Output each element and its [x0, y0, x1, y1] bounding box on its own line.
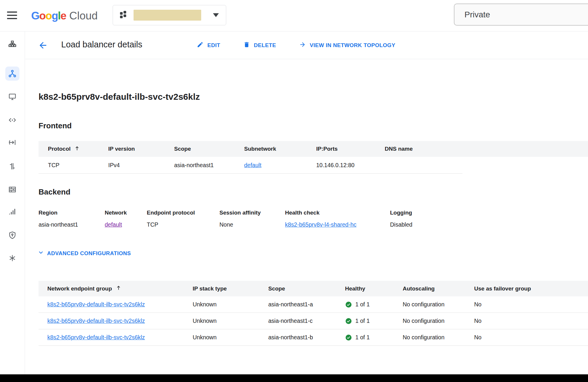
- backend-label-region: Region: [39, 210, 105, 216]
- neg-failover-value: No: [474, 318, 588, 324]
- chevron-down-icon: [37, 249, 45, 258]
- network-security-icon[interactable]: [5, 228, 19, 242]
- trash-icon: [243, 41, 250, 49]
- neg-table-row: k8s2-b65prv8v-default-ilb-svc-tv2s6klz U…: [39, 313, 588, 329]
- backend-services-icon[interactable]: [5, 90, 19, 104]
- private-window-label: Private: [454, 4, 588, 26]
- pencil-icon: [197, 41, 204, 49]
- backend-fields: Region Network Endpoint protocol Session…: [39, 210, 455, 228]
- healthy-check-icon: [345, 301, 352, 308]
- traffic-routing-icon[interactable]: [5, 135, 19, 150]
- project-selector[interactable]: [113, 5, 226, 25]
- neg-col-failover[interactable]: Use as failover group: [474, 285, 588, 292]
- neg-ip-stack-value: Unknown: [193, 301, 268, 308]
- delete-button-label: DELETE: [254, 42, 276, 49]
- frontend-col-protocol[interactable]: Protocol: [48, 145, 108, 153]
- advanced-configurations-label: ADVANCED CONFIGURATIONS: [47, 250, 131, 257]
- frontend-ip-ports-value: 10.146.0.12:80: [316, 162, 385, 169]
- neg-autoscaling-value: No configuration: [403, 318, 474, 324]
- page-title: Load balancer details: [61, 40, 142, 49]
- page-header: Load balancer details EDIT DELETE VIEW I…: [25, 31, 588, 59]
- backend-health-check-link[interactable]: k8s2-b65prv8v-l4-shared-hc: [285, 221, 357, 228]
- frontend-section-heading: Frontend: [39, 121, 72, 130]
- neg-autoscaling-value: No configuration: [403, 334, 474, 341]
- frontend-protocol-value: TCP: [48, 162, 108, 169]
- frontend-table-row: TCP IPv4 asia-northeast1 default 10.146.…: [39, 157, 462, 174]
- service-mesh-icon[interactable]: [5, 251, 19, 265]
- neg-col-healthy[interactable]: Healthy: [345, 285, 403, 292]
- page: Google Cloud Private: [0, 0, 588, 382]
- arrow-right-icon: [299, 41, 306, 49]
- frontend-col-ip-version[interactable]: IP version: [108, 146, 174, 152]
- bottom-black-bar: [0, 374, 588, 382]
- frontend-col-subnetwork[interactable]: Subnetwork: [244, 146, 316, 152]
- project-icon: [120, 11, 129, 20]
- backend-logging-value: Disabled: [390, 221, 455, 228]
- healthy-check-icon: [345, 318, 352, 325]
- top-app-bar: Google Cloud Private: [0, 0, 588, 31]
- frontend-col-ip-ports[interactable]: IP:Ports: [316, 146, 385, 152]
- healthy-check-icon: [345, 334, 352, 341]
- network-intelligence-icon[interactable]: [5, 205, 19, 219]
- backend-session-affinity-value: None: [219, 221, 285, 228]
- view-in-network-topology-button[interactable]: VIEW IN NETWORK TOPOLOGY: [299, 31, 395, 59]
- frontend-scope-value: asia-northeast1: [174, 162, 244, 169]
- chevron-down-icon: [213, 13, 219, 17]
- frontend-col-dns-name[interactable]: DNS name: [385, 146, 588, 152]
- private-label-text: Private: [464, 10, 490, 19]
- neg-col-autoscaling[interactable]: Autoscaling: [403, 285, 474, 292]
- topology-button-label: VIEW IN NETWORK TOPOLOGY: [310, 42, 395, 49]
- network-topology-icon[interactable]: [5, 37, 19, 51]
- frontend-subnetwork-link[interactable]: default: [244, 162, 261, 168]
- network-endpoint-group-table: Network endpoint group IP stack type Sco…: [39, 281, 588, 346]
- google-cloud-logo: Google Cloud: [31, 0, 98, 31]
- delete-button[interactable]: DELETE: [243, 31, 276, 59]
- frontend-table: Protocol IP version Scope Subnetwork IP:…: [39, 141, 588, 174]
- neg-table-header: Network endpoint group IP stack type Sco…: [39, 281, 588, 296]
- backend-label-health-check: Health check: [285, 210, 390, 216]
- edit-button[interactable]: EDIT: [197, 31, 220, 59]
- menu-icon[interactable]: [7, 11, 17, 20]
- sort-ascending-icon: [74, 145, 80, 153]
- load-balancer-name: k8s2-b65prv8v-default-ilb-svc-tv2s6klz: [39, 92, 200, 102]
- load-balancing-icon[interactable]: [5, 67, 19, 81]
- neg-failover-value: No: [474, 301, 588, 308]
- firewall-icon[interactable]: [5, 182, 19, 197]
- backend-label-network: Network: [105, 210, 147, 216]
- neg-name-link[interactable]: k8s2-b65prv8v-default-ilb-svc-tv2s6klz: [47, 301, 145, 308]
- project-name-redacted: [134, 10, 201, 21]
- edit-button-label: EDIT: [207, 42, 220, 49]
- left-nav-rail: [0, 31, 25, 374]
- backend-region-value: asia-northeast1: [39, 221, 105, 228]
- google-logo-wordmark: Google: [31, 10, 66, 22]
- neg-failover-value: No: [474, 334, 588, 341]
- frontend-ip-version-value: IPv4: [108, 162, 174, 169]
- backend-network-link[interactable]: default: [105, 221, 122, 228]
- neg-name-link[interactable]: k8s2-b65prv8v-default-ilb-svc-tv2s6klz: [47, 334, 145, 341]
- healthy-count: 1 of 1: [355, 318, 370, 324]
- cloud-logo-text: Cloud: [69, 10, 98, 22]
- backend-label-session-affinity: Session affinity: [219, 210, 285, 216]
- neg-table-row: k8s2-b65prv8v-default-ilb-svc-tv2s6klz U…: [39, 296, 588, 313]
- neg-ip-stack-value: Unknown: [193, 334, 268, 341]
- neg-autoscaling-value: No configuration: [403, 301, 474, 308]
- neg-col-scope[interactable]: Scope: [268, 285, 345, 292]
- frontend-col-scope[interactable]: Scope: [174, 146, 244, 152]
- neg-table-row: k8s2-b65prv8v-default-ilb-svc-tv2s6klz U…: [39, 329, 588, 346]
- neg-col-ip-stack-type[interactable]: IP stack type: [193, 285, 268, 292]
- neg-scope-value: asia-northeast1-a: [268, 301, 345, 308]
- neg-ip-stack-value: Unknown: [193, 318, 268, 324]
- neg-name-link[interactable]: k8s2-b65prv8v-default-ilb-svc-tv2s6klz: [47, 318, 145, 324]
- sort-ascending-icon: [116, 285, 121, 292]
- backend-label-logging: Logging: [390, 210, 455, 216]
- healthy-count: 1 of 1: [355, 334, 370, 341]
- private-service-connect-icon[interactable]: [5, 113, 19, 127]
- neg-scope-value: asia-northeast1-b: [268, 334, 345, 341]
- backend-section-heading: Backend: [39, 187, 70, 197]
- advanced-configurations-toggle[interactable]: ADVANCED CONFIGURATIONS: [37, 249, 131, 258]
- neg-col-name[interactable]: Network endpoint group: [47, 285, 193, 292]
- backend-label-endpoint-protocol: Endpoint protocol: [147, 210, 219, 216]
- back-button[interactable]: [37, 39, 49, 51]
- healthy-count: 1 of 1: [355, 301, 370, 308]
- connectivity-icon[interactable]: [5, 159, 19, 173]
